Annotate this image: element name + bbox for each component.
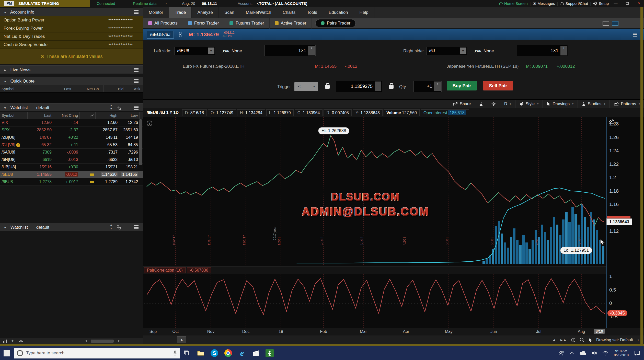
lock-icon[interactable] bbox=[325, 85, 330, 89]
taskbar-search[interactable]: Type here to search bbox=[14, 348, 180, 358]
watchlist-row-6a-u8[interactable]: /6A[U8].7309-.0009.7317.7296 bbox=[0, 149, 143, 156]
share-button[interactable]: Share bbox=[449, 100, 475, 108]
sell-pair-button[interactable]: Sell Pair bbox=[483, 81, 513, 90]
spinner-down-icon[interactable]: − bbox=[560, 51, 567, 55]
spinner-down-icon[interactable]: − bbox=[434, 86, 441, 91]
zoom-icon[interactable] bbox=[580, 338, 584, 342]
trigger-price-spinner[interactable]: 1.1359275 + − bbox=[336, 81, 382, 92]
tab-analyze[interactable]: Analyze bbox=[192, 7, 218, 18]
tray-expand-icon[interactable] bbox=[570, 352, 574, 354]
spinner-down-icon[interactable]: − bbox=[375, 86, 381, 91]
horizontal-scrollbar-thumb[interactable] bbox=[91, 340, 114, 343]
spinner-up-icon[interactable]: + bbox=[308, 46, 315, 51]
link-icon[interactable] bbox=[117, 106, 121, 110]
pan-right-icon[interactable]: ►► bbox=[560, 338, 567, 342]
watchlist2-name-dropdown[interactable]: default bbox=[36, 225, 49, 230]
qq-col-symbol[interactable]: Symbol bbox=[0, 85, 45, 92]
link-icon[interactable] bbox=[117, 225, 121, 230]
tab-help[interactable]: Help bbox=[354, 7, 374, 18]
pan-left-icon[interactable]: ◄ bbox=[552, 338, 556, 342]
watchlist-name-dropdown[interactable]: default bbox=[36, 105, 49, 110]
wl-col-low[interactable]: Low bbox=[119, 112, 140, 119]
add-icon[interactable]: + bbox=[11, 338, 14, 343]
chart-info-icon[interactable]: i bbox=[147, 121, 152, 126]
realtime-caret-icon[interactable]: ▾ bbox=[166, 0, 167, 7]
subtab-pairs-trader[interactable]: Pairs Trader bbox=[315, 19, 356, 27]
thinkorswim-button[interactable] bbox=[263, 346, 277, 360]
section-account-info[interactable]: ▼ Account Info bbox=[0, 8, 143, 16]
drawings-dropdown[interactable]: Drawings▾ bbox=[543, 100, 578, 108]
setup-button[interactable]: Setup bbox=[593, 0, 609, 7]
pairbar-menu-icon[interactable] bbox=[633, 33, 637, 33]
tab-tools[interactable]: Tools bbox=[301, 7, 323, 18]
qq-col-bid[interactable]: Bid bbox=[104, 85, 125, 92]
wl-col-icon[interactable] bbox=[80, 112, 96, 119]
left-symbol-dropdown[interactable]: /6EU8▼ bbox=[174, 47, 215, 55]
task-view-button[interactable] bbox=[180, 346, 194, 360]
timeframe-dropdown[interactable]: D▾ bbox=[500, 100, 515, 108]
maximize-button[interactable] bbox=[623, 1, 632, 6]
file-explorer-button[interactable] bbox=[194, 346, 208, 360]
qq-col-last[interactable]: Last bbox=[45, 85, 73, 92]
account-selector[interactable]: <TOTAL> (ALL ACCOUNTS) bbox=[257, 0, 307, 7]
quick-study-button[interactable] bbox=[475, 100, 487, 108]
layout-single-icon[interactable] bbox=[603, 21, 609, 26]
section-menu-icon[interactable] bbox=[134, 225, 139, 226]
section-menu-icon[interactable] bbox=[134, 68, 139, 69]
lock-icon[interactable] bbox=[389, 85, 394, 89]
panel-expander-button[interactable]: ▲ bbox=[177, 336, 186, 343]
messages-button[interactable]: ✉ Messages bbox=[533, 0, 555, 7]
tab-marketwatch[interactable]: MarketWatch bbox=[240, 7, 277, 18]
right-symbol-dropdown[interactable]: /6J▼ bbox=[426, 47, 467, 55]
link-chain-icon[interactable] bbox=[178, 32, 182, 37]
section-watchlist-2[interactable]: ▼ Watchlist default ▲▼ bbox=[0, 223, 143, 231]
section-menu-icon[interactable] bbox=[134, 106, 139, 107]
people-icon[interactable]: R bbox=[559, 351, 564, 356]
chart-area[interactable]: i 1.281.261.241.221.21.181.161.12 10/2/1… bbox=[143, 117, 644, 328]
section-menu-icon[interactable] bbox=[134, 10, 139, 11]
start-button[interactable] bbox=[0, 346, 14, 360]
section-watchlist[interactable]: ▼ Watchlist default ▲▼ bbox=[0, 103, 143, 112]
right-ratio-spinner[interactable]: 1×1 + − bbox=[517, 45, 568, 56]
movies-tv-button[interactable] bbox=[249, 346, 263, 360]
wifi-icon[interactable] bbox=[603, 351, 608, 355]
study-chart-svg[interactable] bbox=[144, 274, 606, 328]
subtab-futures-trader[interactable]: Futures Trader bbox=[224, 18, 270, 29]
support-chat-button[interactable]: Support/Chat bbox=[560, 0, 588, 7]
spinner-up-icon[interactable]: + bbox=[560, 46, 567, 51]
wl-col-symbol[interactable]: Symbol bbox=[0, 112, 28, 119]
scroll-left-icon[interactable]: ◄ bbox=[84, 339, 87, 343]
trigger-op-dropdown[interactable]: <=▼ bbox=[294, 82, 318, 91]
home-screen-button[interactable]: Home Screen bbox=[499, 0, 528, 7]
dropdown-arrow-icon[interactable]: ▼ bbox=[208, 48, 214, 54]
chart-settings-button[interactable] bbox=[487, 100, 500, 108]
qty-spinner[interactable]: +1 + − bbox=[413, 81, 442, 92]
patterns-dropdown[interactable]: Patterns▾ bbox=[609, 100, 644, 108]
subtab-all-products[interactable]: All Products bbox=[143, 18, 183, 29]
left-ratio-spinner[interactable]: 1×1 + − bbox=[264, 45, 316, 56]
study-name[interactable]: PairCorrelation (10) bbox=[144, 267, 186, 273]
tab-scan[interactable]: Scan bbox=[219, 7, 240, 18]
qq-col-net-ch[interactable]: Net Ch... bbox=[73, 85, 104, 92]
watchlist-row-6n-u8[interactable]: /6N[U8].6619-.0013.6633.6610 bbox=[0, 156, 143, 164]
tab-education[interactable]: Education bbox=[323, 7, 354, 18]
taskbar-clock[interactable]: 9:18 AM 8/20/2018 bbox=[614, 349, 629, 357]
internet-explorer-button[interactable]: e bbox=[235, 346, 249, 360]
subtab-forex-trader[interactable]: Forex Trader bbox=[183, 18, 224, 29]
close-button[interactable]: × bbox=[634, 1, 644, 6]
mic-icon[interactable] bbox=[173, 351, 177, 356]
wl-col-high[interactable]: High bbox=[96, 112, 119, 119]
watchlist-row-cl-v8[interactable]: /CL[V8]!65.32+.1165.5364.85 bbox=[0, 141, 143, 149]
sort-icon[interactable]: ▲▼ bbox=[110, 223, 112, 230]
style-dropdown[interactable]: Style▾ bbox=[515, 100, 543, 108]
watchlist-row-6bu8[interactable]: /6BU81.2778+.00171.27891.2742 bbox=[0, 178, 143, 186]
section-quick-quote[interactable]: ▼ Quick Quote bbox=[0, 77, 143, 85]
buy-pair-button[interactable]: Buy Pair bbox=[447, 81, 477, 90]
sidebar-scrollbar[interactable] bbox=[139, 119, 142, 165]
scroll-right-icon[interactable]: ► bbox=[118, 339, 121, 343]
spinner-up-icon[interactable]: + bbox=[375, 82, 381, 86]
wl-col-last[interactable]: Last bbox=[28, 112, 53, 119]
realtime-status[interactable]: Realtime data bbox=[133, 0, 157, 7]
tab-charts[interactable]: Charts bbox=[277, 7, 301, 18]
skype-button[interactable]: S bbox=[208, 346, 221, 360]
